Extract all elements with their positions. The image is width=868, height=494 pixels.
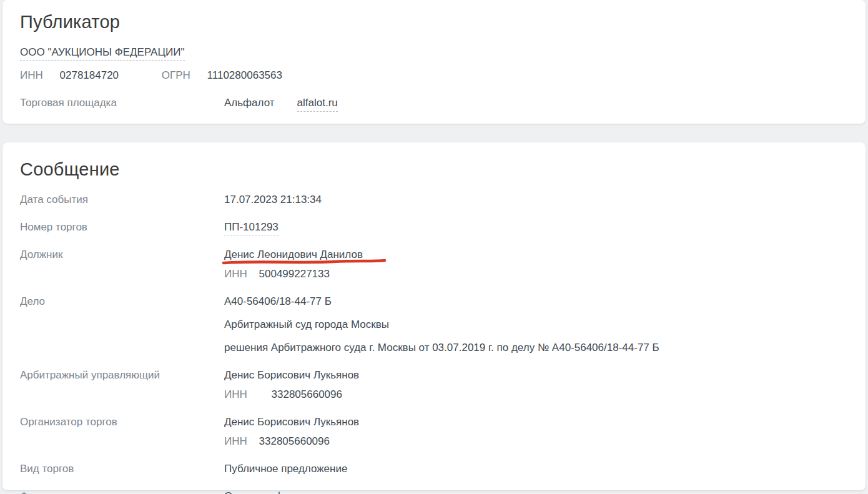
arbitration-manager-inn-value: 332805660096	[272, 388, 342, 400]
auction-number-link[interactable]: ПП-101293	[224, 221, 279, 235]
publisher-inn-value: 0278184720	[60, 69, 119, 81]
publisher-card: Публикатор ООО "АУКЦИОНЫ ФЕДЕРАЦИИ" ИНН …	[2, 0, 866, 124]
organizer-name: Денис Борисович Лукьянов	[224, 416, 848, 428]
organizer-inn-value: 332805660096	[259, 435, 330, 447]
arbitration-manager-row: Арбитражный управляющий Денис Борисович …	[20, 369, 848, 401]
debtor-inn-value: 500499227133	[259, 268, 330, 280]
publisher-title: Публикатор	[20, 11, 848, 32]
trading-platform-row: Торговая площадка Альфалот alfalot.ru	[20, 97, 848, 112]
trading-platform-name: Альфалот	[224, 97, 275, 109]
debtor-inn-label: ИНН	[224, 268, 247, 280]
message-title: Сообщение	[20, 159, 848, 180]
organizer-row: Организатор торгов Денис Борисович Лукья…	[20, 416, 848, 448]
price-form-row: Форма подачи предложения о цене Открытая…	[20, 490, 848, 494]
case-row: Дело А40-56406/18-44-77 Б Арбитражный су…	[20, 295, 848, 354]
auction-type-value: Публичное предложение	[224, 463, 848, 475]
arbitration-manager-inn-label: ИНН	[224, 388, 247, 400]
price-form-label: Форма подачи предложения о цене	[20, 490, 224, 494]
case-label: Дело	[20, 295, 224, 354]
publisher-ogrn-label: ОГРН	[162, 69, 190, 81]
case-number: А40-56406/18-44-77 Б	[224, 295, 848, 308]
debtor-label: Должник	[20, 249, 224, 280]
auction-number-row: Номер торгов ПП-101293	[20, 221, 848, 234]
publisher-inn-label: ИНН	[20, 69, 43, 81]
event-date-label: Дата события	[20, 194, 224, 206]
organizer-inn-label: ИНН	[224, 435, 247, 447]
price-form-value: Открытая форма	[224, 490, 848, 494]
event-date-row: Дата события 17.07.2023 21:13:34	[20, 194, 848, 206]
message-card: Сообщение Дата события 17.07.2023 21:13:…	[2, 142, 866, 490]
event-date-value: 17.07.2023 21:13:34	[224, 194, 848, 206]
auction-number-label: Номер торгов	[20, 221, 224, 234]
arbitration-manager-name: Денис Борисович Лукьянов	[224, 369, 848, 382]
auction-type-label: Вид торгов	[20, 463, 224, 475]
organizer-label: Организатор торгов	[20, 416, 224, 448]
trading-platform-url-link[interactable]: alfalot.ru	[297, 97, 338, 112]
case-basis: решения Арбитражного суда г. Москвы от 0…	[224, 342, 848, 354]
auction-type-row: Вид торгов Публичное предложение	[20, 463, 848, 475]
case-court: Арбитражный суд города Москвы	[224, 319, 848, 331]
arbitration-manager-label: Арбитражный управляющий	[20, 369, 224, 401]
debtor-row: Должник Денис Леонидович Данилов ИНН 500…	[20, 249, 848, 280]
trading-platform-label: Торговая площадка	[20, 97, 224, 109]
publisher-ids-row: ИНН 0278184720 ОГРН 1110280063563	[20, 69, 848, 82]
publisher-ogrn-value: 1110280063563	[207, 69, 282, 81]
publisher-org-link[interactable]: ООО "АУКЦИОНЫ ФЕДЕРАЦИИ"	[20, 46, 185, 61]
debtor-name: Денис Леонидович Данилов	[224, 249, 363, 260]
